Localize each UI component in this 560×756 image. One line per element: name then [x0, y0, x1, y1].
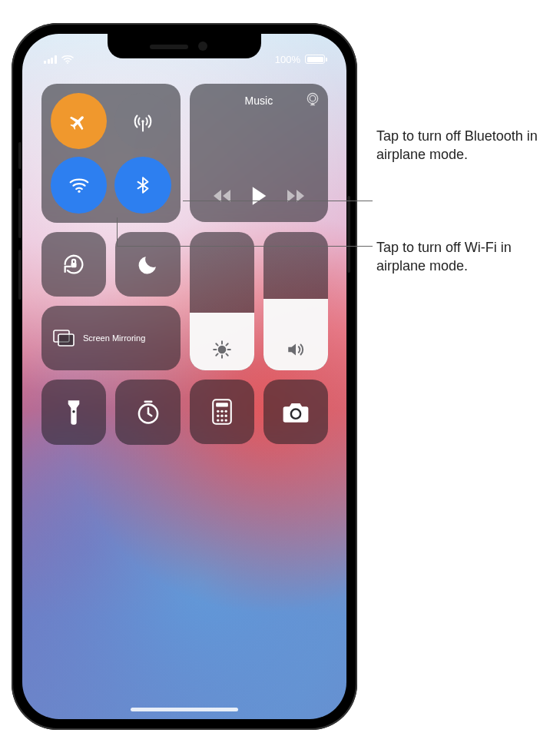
callout-line-wifi-v	[117, 217, 118, 246]
svg-point-16	[217, 415, 219, 417]
moon-icon	[136, 252, 161, 277]
camera-icon	[282, 400, 310, 423]
flashlight-button[interactable]	[41, 380, 106, 444]
svg-point-4	[310, 95, 316, 101]
callout-wifi-text: Tap to turn off Wi-Fi in airplane mode.	[376, 238, 538, 276]
calculator-icon	[211, 399, 233, 425]
airplane-icon	[68, 111, 90, 132]
svg-rect-5	[71, 263, 77, 267]
volume-icon	[286, 340, 306, 360]
svg-point-3	[307, 94, 317, 104]
svg-rect-8	[58, 334, 74, 346]
brightness-slider[interactable]	[190, 232, 254, 371]
flashlight-icon	[65, 400, 82, 426]
media-next-button[interactable]	[286, 188, 306, 204]
volume-slider[interactable]	[263, 232, 328, 371]
airplay-icon[interactable]	[305, 91, 320, 107]
music-title-label: Music	[245, 94, 273, 107]
svg-point-2	[78, 191, 80, 193]
brightness-icon	[212, 340, 232, 360]
timer-button[interactable]	[115, 380, 180, 444]
svg-point-21	[224, 419, 227, 422]
cellular-antenna-icon	[131, 110, 154, 133]
svg-point-14	[220, 410, 223, 413]
wifi-icon	[68, 174, 91, 197]
control-center: Music	[41, 84, 327, 444]
notch	[108, 34, 261, 58]
svg-point-18	[224, 415, 227, 417]
airplane-mode-toggle[interactable]	[51, 93, 107, 149]
battery-percent-label: 100%	[275, 54, 300, 65]
media-prev-button[interactable]	[212, 188, 232, 204]
svg-point-9	[73, 410, 75, 413]
bluetooth-icon	[133, 175, 153, 195]
screen-mirroring-button[interactable]: Screen Mirroring	[41, 306, 181, 370]
svg-rect-12	[216, 403, 228, 407]
wifi-status-icon	[61, 55, 74, 64]
phone-frame: 100%	[12, 23, 357, 730]
side-button	[347, 196, 350, 273]
media-play-button[interactable]	[249, 185, 269, 207]
wifi-toggle[interactable]	[51, 157, 107, 213]
connectivity-module	[41, 84, 181, 223]
calculator-button[interactable]	[190, 380, 254, 444]
mute-switch	[18, 142, 22, 169]
svg-point-0	[67, 62, 68, 64]
svg-point-19	[217, 419, 219, 422]
svg-point-20	[220, 419, 223, 422]
cellular-signal-icon	[44, 55, 57, 64]
svg-point-13	[217, 410, 219, 413]
callout-line-bluetooth	[183, 201, 373, 201]
svg-point-17	[220, 415, 223, 417]
svg-point-6	[219, 346, 226, 353]
do-not-disturb-toggle[interactable]	[115, 232, 180, 297]
cellular-data-toggle[interactable]	[114, 93, 171, 149]
volume-down-button	[18, 250, 22, 300]
screen-mirroring-icon	[52, 328, 75, 348]
orientation-lock-icon	[61, 251, 87, 277]
music-module[interactable]: Music	[190, 84, 328, 222]
screen: 100%	[22, 34, 346, 719]
volume-up-button	[18, 188, 22, 238]
orientation-lock-toggle[interactable]	[41, 232, 106, 297]
timer-icon	[135, 400, 161, 426]
callout-line-wifi	[117, 246, 373, 247]
svg-point-15	[224, 410, 227, 413]
callout-bluetooth-text: Tap to turn off Bluetooth in airplane mo…	[376, 127, 538, 164]
bluetooth-toggle[interactable]	[114, 157, 171, 213]
battery-icon	[305, 55, 325, 64]
home-indicator[interactable]	[131, 708, 238, 711]
screen-mirroring-label: Screen Mirroring	[83, 333, 145, 344]
camera-button[interactable]	[263, 380, 328, 444]
